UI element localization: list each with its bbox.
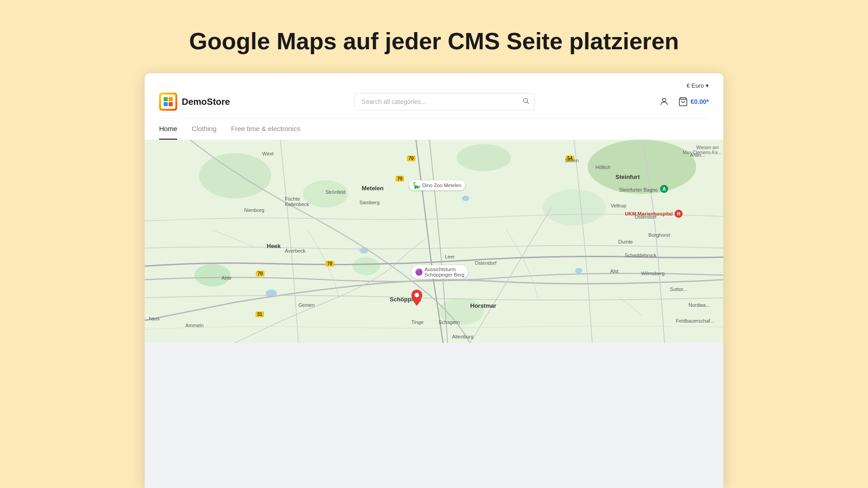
svg-rect-2 xyxy=(164,102,168,106)
header-actions: €0.00* xyxy=(659,97,709,107)
currency-row: € Euro ▾ xyxy=(159,79,709,93)
map-label-ukm: UKM Marienhospital H xyxy=(625,210,683,218)
road-badge-54: 54 xyxy=(566,155,574,161)
road-badge-70-4: 70 xyxy=(326,261,334,267)
map-label-haus: ...haus xyxy=(145,316,160,321)
currency-chevron-icon: ▾ xyxy=(706,82,709,89)
map-label-schagern: Schagern xyxy=(439,319,460,325)
map-label-wilmsberg: Wilmsberg xyxy=(641,271,665,276)
search-bar xyxy=(354,93,535,110)
map-label-hollich: Höllich xyxy=(595,164,610,170)
map-label-nordwa: Nordwa... xyxy=(689,302,710,308)
svg-rect-0 xyxy=(164,97,168,101)
svg-point-21 xyxy=(415,293,419,297)
map-pin-logo-icon xyxy=(163,96,174,107)
map-label-wiesen: Wiesen amMax-Clemens-Ka... xyxy=(683,145,719,155)
bagno-icon: A xyxy=(660,185,668,193)
road-badge-31: 31 xyxy=(255,311,264,317)
page-hero-title: Google Maps auf jeder CMS Seite platzier… xyxy=(171,0,697,73)
map-label-fronfeld: Strönfeld xyxy=(326,189,345,195)
svg-rect-3 xyxy=(169,102,173,106)
map-label-ammeln: Ammeln xyxy=(185,323,203,328)
map-label-alst: Alst xyxy=(610,268,618,274)
road-badge-70-2: 70 xyxy=(396,176,404,182)
svg-point-4 xyxy=(524,99,528,103)
user-icon xyxy=(659,97,669,107)
map-label-scheddebrock: Scheddebrock xyxy=(625,253,656,258)
map-label-ahle: Ahle xyxy=(222,275,231,281)
map-label-feldbauer: Feldbauerschaf... xyxy=(676,318,714,324)
search-button[interactable] xyxy=(522,97,529,106)
store-header: € Euro ▾ xyxy=(145,73,723,140)
store-logo[interactable]: DemoStore xyxy=(159,93,230,111)
map-label-steinfurter-bagno: Steinfurter Bagno xyxy=(619,187,658,192)
logo-text: DemoStore xyxy=(182,97,230,107)
svg-point-6 xyxy=(662,99,665,102)
nav-tab-home[interactable]: Home xyxy=(159,118,177,140)
map-label-fuchte: FüchteKallenbeck xyxy=(285,196,309,207)
header-main-row: DemoStore xyxy=(159,93,709,118)
nav-tab-free-time[interactable]: Free time & electronics xyxy=(231,118,300,140)
logo-icon-inner xyxy=(161,94,175,109)
road-badge-70-3: 70 xyxy=(256,271,264,277)
road-badge-70-1: 70 xyxy=(407,155,415,161)
cart-icon xyxy=(678,97,688,107)
map-label-averbeck: Averbeck xyxy=(285,248,306,253)
svg-rect-1 xyxy=(169,97,173,101)
map-overlay: Wiesen amMax-Clemens-Ka... 70 70 54 70 7… xyxy=(145,140,723,343)
currency-selector[interactable]: € Euro ▾ xyxy=(687,82,709,89)
cart-button[interactable]: €0.00* xyxy=(678,97,709,107)
main-navigation: Home Clothing Free time & electronics xyxy=(159,118,709,140)
map-label-wext: Wext xyxy=(262,151,274,156)
map-label-altenburg: Altenburg xyxy=(452,334,473,339)
map-container[interactable]: Wiesen amMax-Clemens-Ka... 70 70 54 70 7… xyxy=(145,140,723,343)
svg-line-5 xyxy=(527,102,529,104)
map-marker xyxy=(411,290,422,308)
currency-label: € Euro xyxy=(687,82,704,89)
map-label-leer: Leer xyxy=(445,254,455,259)
map-label-samberg: Samberg xyxy=(359,200,380,205)
map-label-ahlin: Ahlin... xyxy=(690,152,705,158)
map-label-nienborg: Nienborg xyxy=(244,207,264,213)
map-label-suttor: Suttor... xyxy=(670,286,687,292)
dino-zoo-badge: 🦕 Dino Zoo Metelen xyxy=(409,180,465,190)
map-label-heek: Heek xyxy=(267,243,281,249)
map-label-ostendorf: Ostendorf xyxy=(475,260,496,266)
map-label-steinfurt: Steinfurt xyxy=(616,174,640,180)
map-label-gemen: Gemen xyxy=(298,302,315,308)
aussichtsturm-badge: 🟣 AussichtsturmSchöppinger Berg xyxy=(411,265,468,279)
logo-text-bold: Store xyxy=(207,97,230,107)
logo-text-regular: Demo xyxy=(182,97,207,107)
user-account-button[interactable] xyxy=(659,97,669,107)
search-input[interactable] xyxy=(354,93,535,110)
cart-price: €0.00* xyxy=(691,98,709,105)
map-label-metelen: Metelen xyxy=(362,185,383,192)
search-icon xyxy=(522,97,529,104)
browser-window: € Euro ▾ xyxy=(145,73,723,488)
map-label-dumte: Dumte xyxy=(618,239,633,244)
map-label-borghorst: Borghorst xyxy=(648,232,670,238)
map-label-tinge: Tinge xyxy=(411,319,424,325)
nav-tab-clothing[interactable]: Clothing xyxy=(192,118,217,140)
map-label-veltrup: Veltrup xyxy=(611,203,626,208)
logo-icon xyxy=(159,93,177,111)
map-label-horstmar: Horstmar xyxy=(470,302,496,309)
